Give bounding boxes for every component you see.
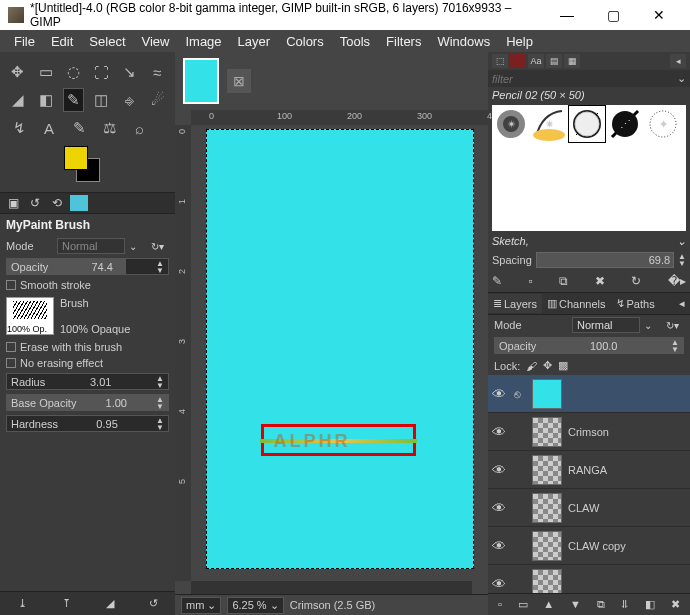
stepper-icon[interactable]: ▲▼ <box>156 260 164 274</box>
mode-select[interactable]: Normal <box>57 238 125 254</box>
measure-tool-icon[interactable]: ⚖ <box>98 117 120 139</box>
brush-preview[interactable]: 100% Op. <box>6 297 54 335</box>
edit-brush-icon[interactable]: ✎ <box>492 274 502 288</box>
menu-image[interactable]: Image <box>177 31 229 52</box>
visibility-icon[interactable]: 👁 <box>492 386 508 402</box>
gradient-tool-icon[interactable]: ◧ <box>36 89 56 111</box>
crop-tool-icon[interactable]: ⛶ <box>91 61 111 83</box>
menu-colors[interactable]: Colors <box>278 31 332 52</box>
eraser-tool-icon[interactable]: ◫ <box>91 89 111 111</box>
visibility-icon[interactable]: 👁 <box>492 500 508 516</box>
visibility-icon[interactable]: 👁 <box>492 424 508 440</box>
free-select-tool-icon[interactable]: ◌ <box>64 61 84 83</box>
chevron-down-icon[interactable]: ⌄ <box>677 72 686 85</box>
gradient-tab-icon[interactable]: ▦ <box>564 54 580 68</box>
zoom-select[interactable]: 6.25 % ⌄ <box>227 597 283 614</box>
layer-row[interactable]: 👁 Crimson <box>488 413 690 451</box>
images-tab-icon[interactable] <box>70 195 88 211</box>
layer-row[interactable]: 👁 RANGA <box>488 451 690 489</box>
channels-tab[interactable]: ▥ Channels <box>542 294 610 313</box>
device-tab-icon[interactable]: ↺ <box>26 195 44 211</box>
brush-grid[interactable]: ✷ ✦ ✴ ⋰ ✧ <box>492 105 686 231</box>
menu-edit[interactable]: Edit <box>43 31 81 52</box>
layer-row[interactable]: 👁 CLAW <box>488 489 690 527</box>
layer-name[interactable]: CLAW <box>568 502 599 514</box>
smooth-checkbox[interactable] <box>6 280 16 290</box>
radius-slider[interactable]: Radius 3.01 ▲▼ <box>6 373 169 390</box>
reset-icon[interactable]: ↻▾ <box>151 241 169 252</box>
mypaint-brush-tool-icon[interactable]: ✎ <box>64 89 84 111</box>
stepper-icon[interactable]: ▲▼ <box>671 339 679 353</box>
new-brush-icon[interactable]: ▫ <box>529 274 533 288</box>
layer-name[interactable]: Crimson <box>568 426 609 438</box>
history-tab-icon[interactable]: ▤ <box>546 54 562 68</box>
refresh-brush-icon[interactable]: ↻ <box>631 274 641 288</box>
layer-name[interactable]: CLAW copy <box>568 540 626 552</box>
load-preset-icon[interactable]: ⤒ <box>62 597 71 610</box>
clone-tool-icon[interactable]: ⎆ <box>119 89 139 111</box>
brush-preset-select[interactable]: Sketch, <box>492 235 529 248</box>
color-swatches[interactable] <box>64 146 171 186</box>
merge-layer-icon[interactable]: ⥥ <box>620 598 629 611</box>
scrollbar-horizontal[interactable] <box>191 581 472 594</box>
visibility-icon[interactable]: 👁 <box>492 576 508 592</box>
undo-tab-icon[interactable]: ⟲ <box>48 195 66 211</box>
dock-menu-icon[interactable]: ◂ <box>670 54 686 68</box>
patterns-tab-icon[interactable] <box>510 54 526 68</box>
layer-row[interactable]: 👁 <box>488 565 690 593</box>
menu-help[interactable]: Help <box>498 31 541 52</box>
brushes-tab-icon[interactable]: ⬚ <box>492 54 508 68</box>
move-tool-icon[interactable]: ✥ <box>8 61 28 83</box>
unit-select[interactable]: mm ⌄ <box>181 597 221 614</box>
layer-row[interactable]: 👁 ⎋ <box>488 375 690 413</box>
canvas[interactable]: ALPHR <box>206 129 474 569</box>
fonts-tab-icon[interactable]: Aa <box>528 54 544 68</box>
minimize-button[interactable]: — <box>544 0 590 30</box>
menu-windows[interactable]: Windows <box>429 31 498 52</box>
baseop-slider[interactable]: Base Opacity 1.00 ▲▼ <box>6 394 169 411</box>
menu-layer[interactable]: Layer <box>230 31 279 52</box>
lock-move-icon[interactable]: ✥ <box>543 359 552 372</box>
path-tool-icon[interactable]: ↯ <box>8 117 30 139</box>
ruler-vertical[interactable]: 0 1 2 3 4 5 <box>175 125 191 581</box>
dock-menu-icon[interactable]: ◂ <box>674 294 690 313</box>
link-icon[interactable]: ⎋ <box>514 388 526 400</box>
menu-file[interactable]: File <box>6 31 43 52</box>
picker-tool-icon[interactable]: ✎ <box>68 117 90 139</box>
close-view-icon[interactable]: ⊠ <box>227 69 251 93</box>
layer-group-icon[interactable]: ▭ <box>518 598 528 611</box>
stepper-icon[interactable]: ▲▼ <box>156 417 164 431</box>
menu-view[interactable]: View <box>134 31 178 52</box>
dup-layer-icon[interactable]: ⧉ <box>597 598 605 611</box>
ruler-horizontal[interactable]: 0 100 200 300 400 <box>191 110 488 125</box>
rect-select-tool-icon[interactable]: ▭ <box>36 61 56 83</box>
noerase-checkbox[interactable] <box>6 358 16 368</box>
lock-alpha-icon[interactable]: ▩ <box>558 359 568 372</box>
tool-options-tab-icon[interactable]: ▣ <box>4 195 22 211</box>
hardness-slider[interactable]: Hardness 0.95 ▲▼ <box>6 415 169 432</box>
visibility-icon[interactable]: 👁 <box>492 538 508 554</box>
menu-tools[interactable]: Tools <box>332 31 378 52</box>
lock-paint-icon[interactable]: 🖌 <box>526 360 537 372</box>
dup-brush-icon[interactable]: ⧉ <box>559 274 568 288</box>
delete-layer-icon[interactable]: ✖ <box>671 598 680 611</box>
menu-filters[interactable]: Filters <box>378 31 429 52</box>
zoom-tool-icon[interactable]: ⌕ <box>128 117 150 139</box>
chevron-down-icon[interactable]: ⌄ <box>644 320 662 331</box>
stepper-icon[interactable]: ▲▼ <box>678 253 686 267</box>
warp-tool-icon[interactable]: ≈ <box>147 61 167 83</box>
spacing-slider[interactable]: 69.8 <box>536 252 674 268</box>
image-thumb[interactable] <box>183 58 219 104</box>
lower-layer-icon[interactable]: ▼ <box>570 598 581 611</box>
chevron-down-icon[interactable]: ⌄ <box>129 241 147 252</box>
raise-layer-icon[interactable]: ▲ <box>543 598 554 611</box>
erase-checkbox[interactable] <box>6 342 16 352</box>
opacity-slider[interactable]: Opacity 74.4 ▲▼ <box>6 258 169 275</box>
reset-icon[interactable]: ↻▾ <box>666 320 684 331</box>
foreground-color[interactable] <box>64 146 88 170</box>
menu-select[interactable]: Select <box>81 31 133 52</box>
maximize-button[interactable]: ▢ <box>590 0 636 30</box>
visibility-icon[interactable]: 👁 <box>492 462 508 478</box>
chevron-down-icon[interactable]: ⌄ <box>677 235 686 248</box>
new-layer-icon[interactable]: ▫ <box>498 598 502 611</box>
